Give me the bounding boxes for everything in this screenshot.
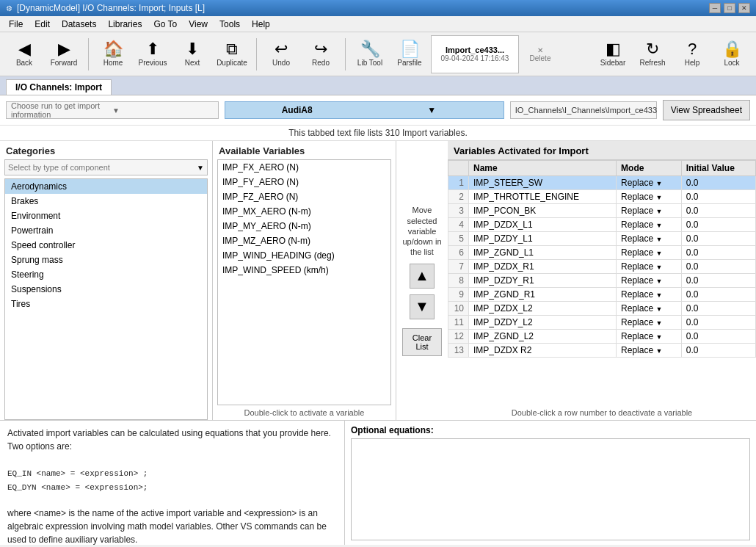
minimize-button[interactable]: ─ (709, 3, 721, 13)
run-dropdown[interactable]: Choose run to get import information ▼ (6, 101, 219, 119)
table-row[interactable]: 1 IMP_STEER_SW Replace ▼ 0.0 (448, 176, 756, 190)
avail-item-0[interactable]: IMP_FX_AERO (N) (218, 160, 390, 175)
redo-label: Redo (312, 59, 330, 67)
back-button[interactable]: ◀ Back (6, 35, 43, 73)
menu-help[interactable]: Help (246, 18, 276, 31)
row-num[interactable]: 5 (448, 232, 469, 246)
delete-button[interactable]: ✕ Delete (522, 35, 559, 73)
menu-datasets[interactable]: Datasets (56, 18, 102, 31)
table-row[interactable]: 6 IMP_ZGND_L1 Replace ▼ 0.0 (448, 246, 756, 260)
parsfile-button[interactable]: 📄 Parsfile (391, 35, 428, 73)
table-row[interactable]: 13 IMP_DZDX R2 Replace ▼ 0.0 (448, 344, 756, 358)
sidebar-button[interactable]: ◧ Sidebar (595, 35, 631, 73)
row-initial-value: 0.0 (681, 246, 755, 260)
maximize-button[interactable]: □ (724, 3, 735, 13)
undo-button[interactable]: ↩ Undo (263, 35, 299, 73)
table-row[interactable]: 8 IMP_DZDY_R1 Replace ▼ 0.0 (448, 274, 756, 288)
parsfile-icon: 📄 (400, 41, 420, 57)
avail-item-3[interactable]: IMP_MX_AERO (N-m) (218, 204, 390, 219)
menu-goto[interactable]: Go To (148, 18, 183, 31)
help-button[interactable]: ? Help (674, 35, 710, 73)
menu-libraries[interactable]: Libraries (102, 18, 148, 31)
clear-list-button[interactable]: ClearList (402, 328, 442, 356)
menu-edit[interactable]: Edit (29, 18, 56, 31)
refresh-label: Refresh (639, 59, 665, 67)
category-item-speed-controller[interactable]: Speed controller (5, 238, 207, 253)
row-mode: Replace ▼ (617, 190, 682, 204)
redo-icon: ↪ (314, 41, 327, 57)
table-row[interactable]: 2 IMP_THROTTLE_ENGINE Replace ▼ 0.0 (448, 190, 756, 204)
menu-file[interactable]: File (3, 18, 29, 31)
table-row[interactable]: 9 IMP_ZGND_R1 Replace ▼ 0.0 (448, 288, 756, 302)
row-num[interactable]: 10 (448, 302, 469, 316)
view-spreadsheet-button[interactable]: View Spreadsheet (663, 100, 750, 120)
category-item-aerodynamics[interactable]: Aerodynamics (5, 179, 207, 194)
category-item-brakes[interactable]: Brakes (5, 194, 207, 209)
row-mode: Replace ▼ (617, 288, 682, 302)
menu-tools[interactable]: Tools (214, 18, 246, 31)
tab-io-channels-import[interactable]: I/O Channels: Import (6, 79, 112, 95)
table-row[interactable]: 11 IMP_DZDY_L2 Replace ▼ 0.0 (448, 316, 756, 330)
refresh-icon: ↻ (646, 41, 659, 57)
filter-arrow-icon: ▼ (194, 164, 207, 172)
next-button[interactable]: ⬇ Next (174, 35, 211, 73)
table-row[interactable]: 10 IMP_DZDX_L2 Replace ▼ 0.0 (448, 302, 756, 316)
refresh-button[interactable]: ↻ Refresh (634, 35, 671, 73)
category-item-environment[interactable]: Environment (5, 209, 207, 223)
row-num[interactable]: 4 (448, 218, 469, 232)
row-name: IMP_DZDY_R1 (469, 274, 617, 288)
channel-dropdown[interactable]: AudiA8 ▼ (225, 101, 504, 119)
row-num[interactable]: 1 (448, 176, 469, 190)
category-item-steering[interactable]: Steering (5, 267, 207, 282)
previous-button[interactable]: ⬆ Previous (134, 35, 171, 73)
table-row[interactable]: 5 IMP_DZDY_L1 Replace ▼ 0.0 (448, 232, 756, 246)
lock-button[interactable]: 🔒 Lock (713, 35, 750, 73)
category-item-tires[interactable]: Tires (5, 297, 207, 311)
window-title: [DynamicModel] I/O Channels: Import; Inp… (17, 3, 709, 13)
row-num[interactable]: 9 (448, 288, 469, 302)
table-row[interactable]: 4 IMP_DZDX_L1 Replace ▼ 0.0 (448, 218, 756, 232)
toolbar: ◀ Back ▶ Forward 🏠 Home ⬆ Previous ⬇ Nex… (0, 32, 756, 76)
row-num[interactable]: 2 (448, 190, 469, 204)
avail-item-2[interactable]: IMP_FZ_AERO (N) (218, 189, 390, 204)
row-num[interactable]: 11 (448, 316, 469, 330)
back-icon: ◀ (18, 41, 31, 57)
row-mode: Replace ▼ (617, 330, 682, 344)
row-num[interactable]: 12 (448, 330, 469, 344)
close-button[interactable]: ✕ (738, 3, 750, 13)
row-num[interactable]: 7 (448, 260, 469, 274)
home-button[interactable]: 🏠 Home (95, 35, 131, 73)
redo-button[interactable]: ↪ Redo (302, 35, 339, 73)
categories-filter[interactable]: ▼ (4, 159, 208, 175)
libtool-button[interactable]: 🔧 Lib Tool (352, 35, 388, 73)
avail-item-4[interactable]: IMP_MY_AERO (N-m) (218, 219, 390, 233)
row-num[interactable]: 6 (448, 246, 469, 260)
move-up-button[interactable]: ▲ (410, 264, 435, 289)
optional-equations-label: Optional equations: (351, 425, 750, 435)
avail-item-5[interactable]: IMP_MZ_AERO (N-m) (218, 233, 390, 248)
separator-1 (88, 38, 89, 70)
avail-item-7[interactable]: IMP_WIND_SPEED (km/h) (218, 263, 390, 278)
row-name: IMP_DZDX_L2 (469, 302, 617, 316)
categories-filter-input[interactable] (5, 163, 194, 172)
row-num[interactable]: 3 (448, 204, 469, 218)
avail-item-6[interactable]: IMP_WIND_HEADING (deg) (218, 248, 390, 263)
row-num[interactable]: 8 (448, 274, 469, 288)
table-row[interactable]: 7 IMP_DZDX_R1 Replace ▼ 0.0 (448, 260, 756, 274)
main-content: Choose run to get import information ▼ A… (0, 95, 756, 545)
category-item-sprung-mass[interactable]: Sprung mass (5, 253, 207, 267)
table-row[interactable]: 3 IMP_PCON_BK Replace ▼ 0.0 (448, 204, 756, 218)
avail-item-1[interactable]: IMP_FY_AERO (N) (218, 175, 390, 189)
duplicate-button[interactable]: ⧉ Duplicate (214, 35, 250, 73)
category-item-powertrain[interactable]: Powertrain (5, 223, 207, 238)
row-name: IMP_DZDX_R1 (469, 260, 617, 274)
row-num[interactable]: 13 (448, 344, 469, 358)
forward-button[interactable]: ▶ Forward (46, 35, 82, 73)
move-down-button[interactable]: ▼ (410, 294, 435, 319)
category-item-suspensions[interactable]: Suspensions (5, 282, 207, 297)
optional-equations-textarea[interactable] (351, 438, 750, 540)
table-row[interactable]: 12 IMP_ZGND_L2 Replace ▼ 0.0 (448, 330, 756, 344)
menu-view[interactable]: View (183, 18, 214, 31)
home-label: Home (103, 59, 123, 67)
row-mode: Replace ▼ (617, 246, 682, 260)
